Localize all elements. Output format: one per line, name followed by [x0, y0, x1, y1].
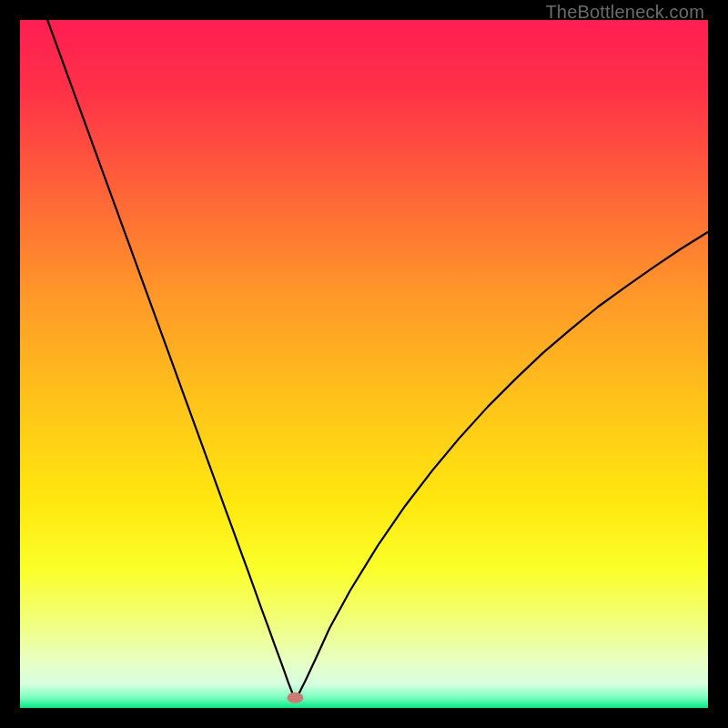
chart-frame	[20, 20, 708, 708]
optimal-point-marker	[287, 693, 303, 703]
chart-background	[20, 20, 708, 708]
bottleneck-chart	[20, 20, 708, 708]
